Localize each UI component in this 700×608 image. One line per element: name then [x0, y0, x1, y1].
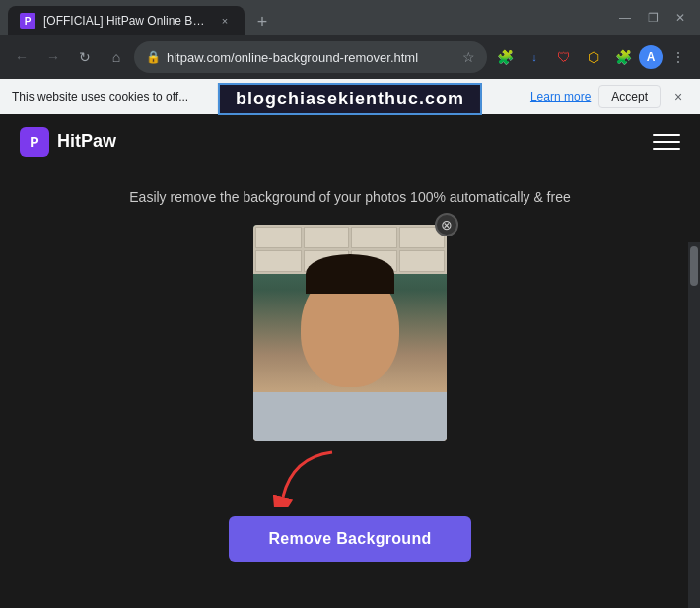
hitpaw-navbar: P HitPaw	[0, 114, 700, 169]
minimize-button[interactable]: —	[613, 6, 637, 30]
chrome-menu-button[interactable]: ⋮	[665, 43, 692, 71]
downloads-icon[interactable]: ↓	[521, 43, 548, 71]
active-tab[interactable]: P [OFFICIAL] HitPaw Online Backgr... ×	[8, 6, 245, 35]
user-avatar[interactable]: A	[639, 45, 663, 69]
address-bar: ← → ↻ ⌂ 🔒 hitpaw.com/online-background-r…	[0, 35, 700, 79]
extension-icon[interactable]: ⬡	[580, 43, 607, 71]
hitpaw-logo[interactable]: P HitPaw	[20, 127, 116, 157]
address-input[interactable]: 🔒 hitpaw.com/online-background-remover.h…	[134, 41, 487, 73]
window-controls: — ❐ ✕	[613, 6, 692, 30]
main-content: Easily remove the background of your pho…	[0, 169, 700, 581]
close-cookie-banner-button[interactable]: ×	[668, 87, 688, 106]
tab-favicon: P	[20, 13, 35, 29]
tab-area: P [OFFICIAL] HitPaw Online Backgr... × +	[8, 0, 613, 35]
face-circle	[301, 269, 399, 387]
arrow-area	[253, 457, 447, 507]
bookmark-icon[interactable]: ☆	[462, 49, 475, 65]
hair	[306, 254, 394, 294]
back-button[interactable]: ←	[8, 43, 35, 71]
hitpaw-logo-text: HitPaw	[57, 131, 116, 152]
extensions-button[interactable]: 🧩	[491, 43, 519, 71]
adblock-icon[interactable]: 🛡	[550, 43, 578, 71]
image-card: ⊗	[253, 225, 447, 441]
reload-button[interactable]: ↻	[71, 43, 99, 71]
puzzle-icon[interactable]: 🧩	[609, 43, 637, 71]
url-text: hitpaw.com/online-background-remover.htm…	[167, 50, 453, 65]
hitpaw-logo-icon: P	[20, 127, 49, 157]
learn-more-link[interactable]: Learn more	[530, 90, 591, 103]
accept-cookies-button[interactable]: Accept	[598, 85, 661, 108]
arrow-icon	[253, 447, 352, 507]
scrollbar[interactable]	[688, 242, 700, 608]
close-image-button[interactable]: ⊗	[435, 213, 458, 236]
headline-text: Easily remove the background of your pho…	[129, 189, 570, 205]
scroll-thumb[interactable]	[690, 246, 698, 286]
maximize-button[interactable]: ❐	[641, 6, 665, 30]
body-area	[253, 392, 447, 441]
browser-frame: P [OFFICIAL] HitPaw Online Backgr... × +…	[0, 0, 700, 608]
hamburger-menu[interactable]	[653, 128, 680, 156]
watermark: blogchiasekienthuc.com	[218, 83, 482, 115]
toolbar-icons: 🧩 ↓ 🛡 ⬡ 🧩 A ⋮	[491, 43, 692, 71]
close-window-button[interactable]: ✕	[668, 6, 692, 30]
new-tab-button[interactable]: +	[248, 8, 276, 35]
face-silhouette	[301, 269, 399, 387]
home-button[interactable]: ⌂	[103, 43, 130, 71]
lock-icon: 🔒	[146, 50, 161, 64]
forward-button[interactable]: →	[39, 43, 67, 71]
title-bar: P [OFFICIAL] HitPaw Online Backgr... × +…	[0, 0, 700, 35]
site-content: P HitPaw Easily remove the background of…	[0, 114, 700, 608]
remove-background-button[interactable]: Remove Background	[229, 516, 470, 562]
tab-title: [OFFICIAL] HitPaw Online Backgr...	[43, 14, 209, 28]
tab-close-button[interactable]: ×	[217, 13, 233, 29]
uploaded-image	[253, 225, 447, 441]
